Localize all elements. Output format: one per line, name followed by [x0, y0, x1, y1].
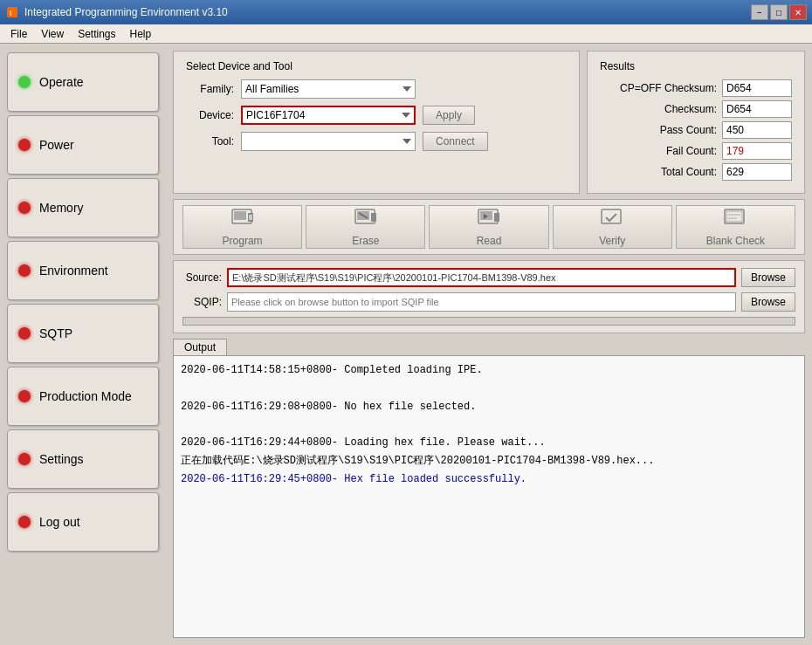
source-input[interactable] [227, 268, 736, 287]
sqip-input[interactable] [227, 292, 736, 312]
checksum-label: Checksum: [664, 103, 717, 115]
sidebar-item-settings[interactable]: Settings [7, 429, 159, 489]
environment-status-dot [18, 264, 31, 277]
sidebar-item-operate[interactable]: Operate [7, 52, 159, 112]
family-row: Family: All Families PIC12 PIC16 PIC18 P… [186, 79, 567, 99]
output-line-6: 正在加载代码E:\烧录SD测试程序\S19\S19\PIC程序\20200101… [181, 454, 797, 469]
cp-checksum-value: D654 [722, 79, 792, 97]
erase-label: Erase [352, 235, 379, 247]
cp-checksum-label: CP=OFF Checksum: [620, 82, 717, 94]
output-content: 2020-06-11T14:58:15+0800- Completed load… [173, 355, 805, 638]
title-bar: I Integrated Programming Environment v3.… [0, 0, 812, 24]
horizontal-scrollbar[interactable] [182, 317, 795, 326]
output-line-3: 2020-06-11T16:29:08+0800- No hex file se… [181, 400, 797, 415]
svg-rect-12 [494, 213, 499, 222]
read-button[interactable]: Read [429, 205, 548, 249]
verify-icon [600, 208, 624, 231]
svg-rect-5 [249, 215, 252, 220]
logout-status-dot [18, 516, 31, 528]
sidebar: Operate Power Memory Environment SQTP Pr… [0, 44, 166, 645]
output-tab[interactable]: Output [173, 339, 227, 355]
menu-bar: File View Settings Help [0, 24, 812, 44]
memory-status-dot [18, 202, 31, 214]
result-fail-count-row: Fail Count: 179 [600, 142, 792, 160]
app-icon: I [5, 5, 19, 19]
menu-settings[interactable]: Settings [71, 26, 122, 42]
results-title: Results [600, 60, 792, 72]
svg-rect-8 [371, 213, 376, 222]
program-label: Program [223, 235, 263, 247]
output-line-2 [181, 381, 797, 396]
content-area: Select Device and Tool Family: All Famil… [166, 44, 812, 645]
tool-select[interactable] [241, 132, 416, 151]
sqip-browse-button[interactable]: Browse [741, 292, 795, 312]
memory-label: Memory [39, 201, 84, 215]
sidebar-item-logout[interactable]: Log out [7, 492, 159, 552]
fail-count-value: 179 [722, 142, 792, 160]
sidebar-item-power[interactable]: Power [7, 115, 159, 175]
result-total-count-row: Total Count: 629 [600, 163, 792, 181]
pass-count-value: 450 [722, 121, 792, 139]
top-section: Select Device and Tool Family: All Famil… [173, 51, 805, 194]
device-tool-panel: Select Device and Tool Family: All Famil… [173, 51, 580, 194]
checksum-value: D654 [722, 100, 792, 118]
verify-label: Verify [599, 235, 625, 247]
minimize-button[interactable]: − [751, 4, 768, 20]
operate-label: Operate [39, 75, 84, 89]
total-count-label: Total Count: [661, 166, 717, 178]
close-button[interactable]: ✕ [789, 4, 807, 20]
settings-status-dot [18, 453, 31, 465]
environment-label: Environment [39, 264, 108, 278]
production-mode-status-dot [18, 390, 31, 402]
blank-check-button[interactable]: Blank Check [676, 205, 795, 249]
production-mode-label: Production Mode [39, 389, 132, 403]
sqtp-status-dot [18, 327, 31, 340]
action-buttons-panel: Program Erase [173, 199, 805, 255]
svg-text:I: I [10, 9, 12, 17]
verify-button[interactable]: Verify [553, 205, 672, 249]
apply-button[interactable]: Apply [423, 106, 475, 125]
svg-rect-13 [602, 209, 621, 223]
total-count-value: 629 [722, 163, 792, 181]
logout-label: Log out [39, 515, 80, 529]
sidebar-item-production-mode[interactable]: Production Mode [7, 367, 159, 426]
source-label: Source: [182, 271, 222, 284]
source-browse-button[interactable]: Browse [741, 268, 795, 287]
blank-check-label: Blank Check [706, 235, 765, 247]
sqip-row: SQIP: Browse [182, 292, 795, 312]
device-tool-title: Select Device and Tool [186, 60, 567, 72]
connect-button[interactable]: Connect [423, 132, 488, 151]
sidebar-item-memory[interactable]: Memory [7, 178, 159, 237]
source-row: Source: Browse [182, 268, 795, 287]
maximize-button[interactable]: □ [770, 4, 788, 20]
tool-label: Tool: [186, 135, 234, 148]
menu-file[interactable]: File [3, 26, 34, 42]
output-line-4 [181, 417, 797, 432]
erase-icon [354, 208, 378, 231]
fail-count-label: Fail Count: [666, 145, 717, 157]
sidebar-item-sqtp[interactable]: SQTP [7, 304, 159, 363]
svg-rect-0 [7, 7, 17, 17]
results-panel: Results CP=OFF Checksum: D654 Checksum: … [587, 51, 805, 194]
sqtp-label: SQTP [39, 326, 72, 340]
result-cp-checksum-row: CP=OFF Checksum: D654 [600, 79, 792, 97]
main-container: Operate Power Memory Environment SQTP Pr… [0, 44, 812, 645]
window-controls: − □ ✕ [751, 4, 807, 20]
result-checksum-row: Checksum: D654 [600, 100, 792, 118]
sidebar-item-environment[interactable]: Environment [7, 241, 159, 300]
result-pass-count-row: Pass Count: 450 [600, 121, 792, 139]
device-select[interactable]: PIC16F1704 PIC16F1705 [241, 106, 416, 125]
power-label: Power [39, 138, 74, 152]
source-panel: Source: Browse SQIP: Browse [173, 260, 805, 333]
output-line-5: 2020-06-11T16:29:44+0800- Loading hex fi… [181, 436, 797, 450]
menu-view[interactable]: View [34, 26, 71, 42]
family-select[interactable]: All Families PIC12 PIC16 PIC18 PIC24 [241, 79, 416, 99]
output-panel: Output 2020-06-11T14:58:15+0800- Complet… [173, 339, 805, 638]
program-button[interactable]: Program [182, 205, 302, 249]
erase-button[interactable]: Erase [306, 205, 425, 249]
device-row: Device: PIC16F1704 PIC16F1705 Apply [186, 106, 567, 125]
menu-help[interactable]: Help [123, 26, 159, 42]
program-icon [231, 208, 255, 231]
svg-rect-3 [234, 211, 246, 220]
pass-count-label: Pass Count: [660, 124, 717, 136]
